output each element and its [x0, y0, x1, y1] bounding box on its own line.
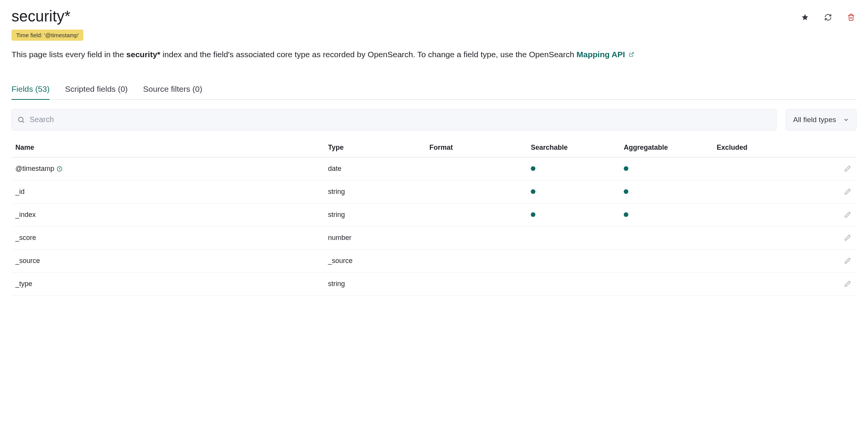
desc-prefix: This page lists every field in the [12, 50, 126, 59]
edit-field-button[interactable] [843, 233, 853, 243]
cell-format [426, 272, 527, 295]
cell-searchable [527, 226, 620, 249]
table-row: _idstring [12, 180, 856, 203]
cell-edit [806, 157, 856, 180]
dot-indicator [531, 212, 535, 217]
table-row: _source_source [12, 249, 856, 272]
pencil-icon [844, 280, 851, 287]
cell-type: string [324, 203, 426, 226]
field-type-select-label: All field types [793, 116, 836, 124]
cell-edit [806, 226, 856, 249]
cell-excluded [713, 272, 806, 295]
cell-type: string [324, 272, 426, 295]
delete-button[interactable] [846, 12, 856, 23]
table-row: _indexstring [12, 203, 856, 226]
page-description: This page lists every field in the secur… [12, 48, 856, 61]
star-button[interactable] [800, 12, 810, 23]
pencil-icon [844, 257, 851, 264]
search-icon [17, 116, 25, 124]
edit-field-button[interactable] [843, 210, 853, 220]
dot-indicator [531, 166, 535, 171]
dot-indicator [624, 189, 628, 194]
edit-field-button[interactable] [843, 187, 853, 197]
dot-indicator [624, 166, 628, 171]
cell-aggregatable [620, 272, 713, 295]
pencil-icon [844, 188, 851, 195]
cell-name: _index [12, 203, 324, 226]
cell-format [426, 226, 527, 249]
mapping-api-link-text: Mapping API [576, 50, 625, 59]
refresh-icon [824, 13, 832, 21]
search-box[interactable] [12, 109, 777, 131]
chevron-down-icon [843, 117, 849, 123]
cell-edit [806, 180, 856, 203]
cell-aggregatable [620, 180, 713, 203]
cell-searchable [527, 272, 620, 295]
cell-type: date [324, 157, 426, 180]
col-header-name[interactable]: Name [12, 138, 324, 157]
cell-aggregatable [620, 226, 713, 249]
cell-aggregatable [620, 249, 713, 272]
page-header: security* [12, 8, 856, 30]
cell-name: _score [12, 226, 324, 249]
table-row: _scorenumber [12, 226, 856, 249]
cell-searchable [527, 157, 620, 180]
filter-row: All field types [12, 109, 856, 131]
svg-line-2 [23, 121, 24, 122]
cell-type: _source [324, 249, 426, 272]
svg-point-1 [18, 117, 23, 122]
pencil-icon [844, 165, 851, 172]
edit-field-button[interactable] [843, 256, 853, 266]
desc-middle: index and the field's associated core ty… [161, 50, 576, 59]
svg-line-0 [631, 53, 633, 55]
mapping-api-link[interactable]: Mapping API [576, 50, 634, 59]
col-header-aggregatable[interactable]: Aggregatable [620, 138, 713, 157]
table-row: _typestring [12, 272, 856, 295]
tab-source-filters[interactable]: Source filters (0) [143, 81, 202, 100]
cell-name: _id [12, 180, 324, 203]
col-header-edit [806, 138, 856, 157]
trash-icon [847, 13, 855, 22]
cell-format [426, 157, 527, 180]
table-header-row: Name Type Format Searchable Aggregatable… [12, 138, 856, 157]
cell-edit [806, 203, 856, 226]
desc-index-name: security* [126, 50, 161, 59]
field-type-select[interactable]: All field types [786, 109, 856, 131]
cell-excluded [713, 203, 806, 226]
dot-indicator [624, 212, 628, 217]
refresh-button[interactable] [823, 12, 833, 23]
dot-indicator [531, 189, 535, 194]
cell-searchable [527, 203, 620, 226]
col-header-excluded[interactable]: Excluded [713, 138, 806, 157]
tab-scripted-fields[interactable]: Scripted fields (0) [65, 81, 128, 100]
external-link-icon [629, 52, 634, 57]
tab-fields[interactable]: Fields (53) [12, 81, 50, 100]
cell-aggregatable [620, 203, 713, 226]
cell-searchable [527, 180, 620, 203]
cell-excluded [713, 226, 806, 249]
cell-edit [806, 272, 856, 295]
cell-searchable [527, 249, 620, 272]
col-header-format[interactable]: Format [426, 138, 527, 157]
col-header-searchable[interactable]: Searchable [527, 138, 620, 157]
clock-icon [56, 166, 63, 172]
fields-table: Name Type Format Searchable Aggregatable… [12, 138, 856, 296]
table-row: @timestampdate [12, 157, 856, 180]
edit-field-button[interactable] [843, 279, 853, 289]
col-header-type[interactable]: Type [324, 138, 426, 157]
search-input[interactable] [29, 115, 771, 124]
cell-format [426, 203, 527, 226]
cell-excluded [713, 249, 806, 272]
cell-aggregatable [620, 157, 713, 180]
page-title: security* [12, 8, 70, 25]
cell-name: @timestamp [12, 157, 324, 180]
cell-type: number [324, 226, 426, 249]
cell-excluded [713, 180, 806, 203]
cell-format [426, 249, 527, 272]
cell-name: _source [12, 249, 324, 272]
edit-field-button[interactable] [843, 164, 853, 174]
cell-name: _type [12, 272, 324, 295]
cell-edit [806, 249, 856, 272]
cell-format [426, 180, 527, 203]
header-actions [800, 8, 856, 23]
